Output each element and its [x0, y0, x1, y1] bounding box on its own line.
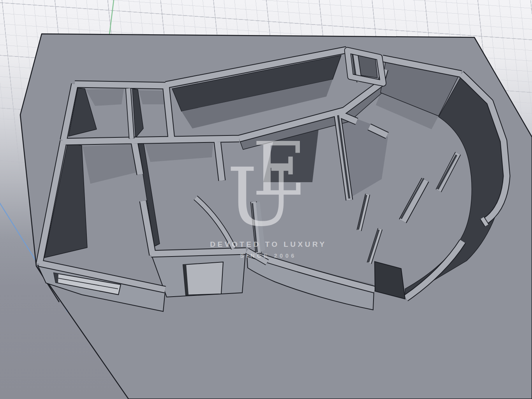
door-opening: [183, 262, 223, 295]
monogram-letter-e: E: [252, 126, 307, 212]
watermark-tagline: DEVOTED TO LUXURY: [210, 240, 326, 248]
model-canvas[interactable]: U E DEVOTED TO LUXURY SINCE 2006: [0, 0, 532, 399]
green-axis-line: [109, 0, 114, 34]
watermark-subline: SINCE 2006: [240, 253, 297, 259]
3d-viewport[interactable]: U E DEVOTED TO LUXURY SINCE 2006: [0, 0, 532, 399]
